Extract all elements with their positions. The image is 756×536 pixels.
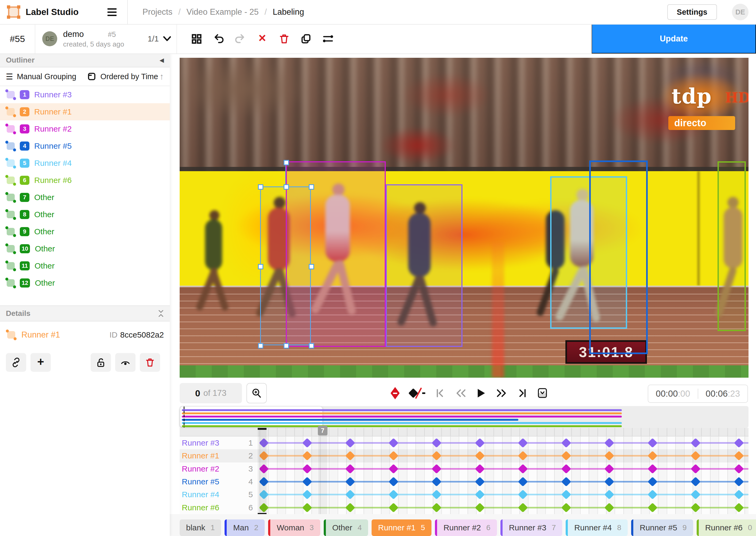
keyframe-diamond[interactable] bbox=[302, 503, 312, 513]
label-tag[interactable]: Runner #15 bbox=[372, 519, 431, 536]
keyframe-diamond[interactable] bbox=[302, 438, 312, 448]
keyframe-diamond[interactable] bbox=[691, 438, 701, 448]
timeline-track-row[interactable]: Runner #31 bbox=[180, 437, 748, 449]
keyframe-diamond[interactable] bbox=[561, 438, 571, 448]
resize-handle[interactable] bbox=[309, 343, 314, 349]
keyframe-diamond[interactable] bbox=[518, 490, 528, 500]
keyframe-diamond[interactable] bbox=[345, 464, 355, 474]
keyframe-diamond[interactable] bbox=[259, 438, 269, 448]
label-tag[interactable]: Woman3 bbox=[268, 519, 320, 536]
outliner-region[interactable]: 1Runner #3 bbox=[0, 86, 170, 103]
keyframe-diamond[interactable] bbox=[389, 490, 398, 500]
keyframe-diamond[interactable] bbox=[561, 464, 571, 474]
keyframe-toggle-button[interactable] bbox=[410, 387, 425, 399]
keyframe-diamond[interactable] bbox=[604, 464, 614, 474]
resize-handle[interactable] bbox=[258, 264, 263, 269]
timeline-track-row[interactable]: Runner #54 bbox=[180, 475, 748, 488]
keyframe-diamond[interactable] bbox=[518, 464, 528, 474]
keyframe-diamond[interactable] bbox=[734, 464, 744, 474]
reject-icon[interactable]: × bbox=[256, 33, 268, 45]
track-label[interactable]: Runner #3 bbox=[182, 437, 219, 449]
keyframe-diamond[interactable] bbox=[345, 503, 355, 513]
chevron-down-icon[interactable] bbox=[163, 36, 172, 42]
keyframe-diamond[interactable] bbox=[647, 503, 657, 513]
keyframe-diamond[interactable] bbox=[691, 503, 701, 513]
outliner-region[interactable]: 8Other bbox=[0, 206, 170, 223]
keyframe-diamond[interactable] bbox=[389, 503, 398, 513]
region-box-runner-1[interactable] bbox=[260, 186, 311, 345]
track-label[interactable]: Runner #5 bbox=[182, 475, 219, 488]
region-box-runner-3[interactable] bbox=[386, 184, 462, 347]
timeline-track-row[interactable]: Runner #12 bbox=[180, 449, 748, 462]
update-button[interactable]: Update bbox=[592, 24, 756, 53]
keyframe-diamond[interactable] bbox=[475, 438, 485, 448]
track-label[interactable]: Runner #2 bbox=[182, 462, 219, 475]
keyframe-diamond[interactable] bbox=[302, 464, 312, 474]
track-label[interactable]: Runner #1 bbox=[182, 449, 219, 462]
keyframe-diamond[interactable] bbox=[518, 438, 528, 448]
keyframe-diamond[interactable] bbox=[389, 464, 398, 474]
rewind-button[interactable] bbox=[455, 388, 466, 398]
sort-direction-icon[interactable]: ↑ bbox=[160, 72, 164, 82]
keyframe-diamond[interactable] bbox=[647, 438, 657, 448]
label-tag[interactable]: Runner #48 bbox=[566, 519, 628, 536]
grid-view-icon[interactable] bbox=[190, 33, 203, 45]
resize-handle[interactable] bbox=[258, 184, 263, 190]
keyframe-diamond[interactable] bbox=[432, 477, 442, 487]
skip-to-start-button[interactable] bbox=[435, 388, 445, 398]
fast-forward-button[interactable] bbox=[496, 388, 507, 398]
settings-button[interactable]: Settings bbox=[667, 4, 717, 20]
keyframe-diamond[interactable] bbox=[432, 438, 442, 448]
keyframe-diamond[interactable] bbox=[345, 477, 355, 487]
hide-region-button[interactable] bbox=[115, 353, 136, 372]
keyframe-diamond[interactable] bbox=[691, 477, 701, 487]
rotation-handle[interactable] bbox=[284, 160, 289, 165]
track-label[interactable]: Runner #6 bbox=[182, 501, 219, 514]
track-label[interactable]: Runner #4 bbox=[182, 488, 219, 501]
play-button[interactable] bbox=[477, 388, 486, 398]
region-box-runner-6[interactable] bbox=[717, 161, 746, 331]
keyframe-diamond[interactable] bbox=[389, 477, 398, 487]
label-tag[interactable]: Other4 bbox=[324, 519, 368, 536]
keyframe-diamond[interactable] bbox=[432, 490, 442, 500]
resize-handle[interactable] bbox=[309, 264, 314, 269]
outliner-region[interactable]: 5Runner #4 bbox=[0, 154, 170, 172]
region-box-runner-5[interactable] bbox=[589, 160, 648, 354]
video-canvas[interactable]: tdp HD directo 31:01.8 bbox=[180, 58, 748, 378]
delete-annotation-icon[interactable] bbox=[278, 33, 290, 45]
timeline-track-row[interactable]: Runner #66 bbox=[180, 501, 748, 514]
keyframe-diamond[interactable] bbox=[432, 464, 442, 474]
outliner-region[interactable]: 3Runner #2 bbox=[0, 120, 170, 138]
duplicate-icon[interactable] bbox=[300, 33, 312, 45]
grouping-selector[interactable]: ☰ Manual Grouping bbox=[6, 72, 76, 81]
keyframe-remove-button[interactable] bbox=[391, 387, 400, 399]
resize-handle[interactable] bbox=[284, 343, 289, 349]
keyframe-diamond[interactable] bbox=[259, 503, 269, 513]
keyframe-diamond[interactable] bbox=[259, 477, 269, 487]
keyframe-diamond[interactable] bbox=[345, 490, 355, 500]
delete-region-button[interactable] bbox=[140, 353, 160, 372]
timeline-track-row[interactable]: Runner #23 bbox=[180, 462, 748, 475]
breadcrumb-project-name[interactable]: Video Example - 25 bbox=[187, 7, 259, 17]
label-tag[interactable]: Runner #37 bbox=[500, 519, 562, 536]
menu-icon[interactable] bbox=[108, 8, 116, 16]
keyframe-diamond[interactable] bbox=[647, 464, 657, 474]
keyframe-diamond[interactable] bbox=[604, 490, 614, 500]
ordering-selector[interactable]: Ordered by Time bbox=[87, 72, 158, 81]
keyframe-diamond[interactable] bbox=[647, 490, 657, 500]
keyframe-diamond[interactable] bbox=[734, 503, 744, 513]
keyframe-diamond[interactable] bbox=[259, 490, 269, 500]
breadcrumb-projects[interactable]: Projects bbox=[142, 7, 173, 17]
outliner-region[interactable]: 7Other bbox=[0, 189, 170, 206]
relation-button[interactable] bbox=[6, 353, 26, 372]
label-tag[interactable]: Runner #60 bbox=[697, 519, 756, 536]
annotation-cell[interactable]: DE demo #5 created, 5 days ago 1/1 bbox=[35, 24, 177, 53]
keyframe-diamond[interactable] bbox=[604, 503, 614, 513]
timeline-track-row[interactable]: Runner #45 bbox=[180, 488, 748, 501]
keyframe-diamond[interactable] bbox=[302, 477, 312, 487]
keyframe-diamond[interactable] bbox=[647, 477, 657, 487]
redo-icon[interactable] bbox=[234, 33, 246, 45]
outliner-region[interactable]: 4Runner #5 bbox=[0, 138, 170, 154]
collapse-panel-icon[interactable]: ◀ bbox=[160, 57, 164, 63]
keyframe-diamond[interactable] bbox=[259, 464, 269, 474]
